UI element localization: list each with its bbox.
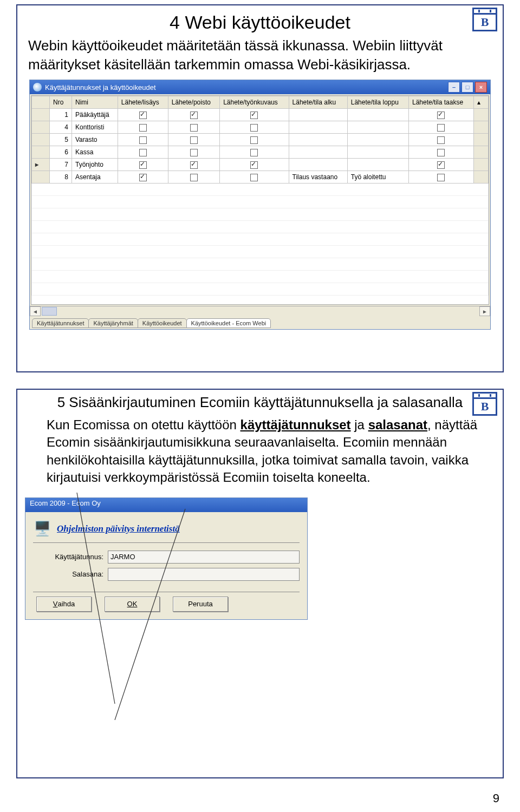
checkbox[interactable]: [437, 112, 445, 119]
tab-k-ytt-oikeudet[interactable]: Käyttöoikeudet: [138, 318, 187, 328]
close-button[interactable]: ×: [475, 82, 487, 93]
slide2-pre: Kun Ecomissa on otettu käyttöön: [47, 417, 240, 432]
scroll-thumb[interactable]: [42, 307, 57, 316]
checkbox[interactable]: [437, 124, 445, 132]
logo-letter: B: [481, 15, 489, 30]
table-row[interactable]: 6Kassa: [32, 146, 489, 159]
checkbox[interactable]: [437, 136, 445, 144]
login-dialog: Ecom 2009 - Ecom Oy 🖥️ Ohjelmiston päivi…: [25, 497, 308, 620]
col-header: Lähete/tila taakse: [408, 96, 473, 109]
slide2-title: 5 Sisäänkirjautuminen Ecomiin käyttäjätu…: [25, 394, 495, 411]
checkbox[interactable]: [190, 161, 198, 169]
horizontal-scrollbar[interactable]: ◄ ►: [30, 306, 490, 316]
checkbox[interactable]: [250, 149, 258, 156]
checkbox[interactable]: [139, 124, 147, 132]
cancel-button[interactable]: Peruuta: [173, 597, 228, 612]
checkbox[interactable]: [250, 161, 258, 169]
logo-icon: B: [472, 392, 497, 416]
checkbox[interactable]: [250, 174, 258, 181]
table-row[interactable]: 4Konttoristi: [32, 121, 489, 134]
checkbox[interactable]: [139, 161, 147, 169]
permissions-table: NroNimiLähete/lisäysLähete/poistoLähete/…: [31, 96, 489, 296]
checkbox[interactable]: [190, 112, 198, 119]
window-titlebar: Käyttäjätunnukset ja käyttöoikeudet – □ …: [30, 80, 490, 94]
kw-salasanat: salasanat: [368, 417, 427, 432]
scroll-right-icon[interactable]: ►: [479, 306, 490, 316]
checkbox[interactable]: [139, 112, 147, 119]
checkbox[interactable]: [437, 174, 445, 181]
slide1-body: Webin käyttöoikeudet määritetään tässä i…: [28, 36, 492, 74]
col-header: Lähete/lisäys: [118, 96, 168, 109]
tab-k-ytt-j-tunnukset[interactable]: Käyttäjätunnukset: [32, 318, 89, 328]
tab-k-ytt-oikeudet-ecom-webi[interactable]: Käyttöoikeudet - Ecom Webi: [186, 318, 271, 328]
ok-button[interactable]: OK: [105, 597, 160, 612]
btn-change-rest: aihda: [57, 600, 75, 608]
table-row[interactable]: ▸7Työnjohto: [32, 159, 489, 171]
slide2-body: Kun Ecomissa on otettu käyttöön käyttäjä…: [47, 416, 492, 487]
checkbox[interactable]: [190, 174, 198, 181]
checkbox[interactable]: [139, 149, 147, 156]
slide-2: B 5 Sisäänkirjautuminen Ecomiin käyttäjä…: [16, 389, 504, 778]
bottom-tabs: KäyttäjätunnuksetKäyttäjäryhmätKäyttöoik…: [30, 316, 490, 329]
logo-letter: B: [481, 399, 489, 414]
col-header: Lähete/tila alku: [289, 96, 347, 109]
checkbox[interactable]: [190, 149, 198, 156]
update-icon: 🖥️: [33, 520, 51, 538]
col-header: Nimi: [72, 96, 118, 109]
slide2-mid: ja: [351, 417, 368, 432]
maximize-button[interactable]: □: [461, 82, 473, 93]
col-header: Nro: [50, 96, 72, 109]
login-headline-text: Ohjelmiston päivitys internetistä: [57, 523, 180, 534]
window-title: Käyttäjätunnukset ja käyttöoikeudet: [45, 83, 156, 91]
checkbox[interactable]: [139, 174, 147, 181]
kw-kayttajatunnukset: käyttäjätunnukset: [240, 417, 351, 432]
table-row[interactable]: 5Varasto: [32, 134, 489, 146]
checkbox[interactable]: [139, 136, 147, 144]
login-headline: 🖥️ Ohjelmiston päivitys internetistä: [33, 518, 300, 543]
login-titlebar: Ecom 2009 - Ecom Oy: [25, 498, 307, 512]
page-number: 9: [493, 791, 499, 806]
table-row[interactable]: 8AsentajaTilaus vastaanoTyö aloitettu: [32, 171, 489, 184]
table-scrollarea[interactable]: NroNimiLähete/lisäysLähete/poistoLähete/…: [31, 95, 489, 305]
minimize-button[interactable]: –: [448, 82, 460, 93]
checkbox[interactable]: [437, 161, 445, 169]
permissions-window: Käyttäjätunnukset ja käyttöoikeudet – □ …: [29, 80, 491, 330]
checkbox[interactable]: [250, 112, 258, 119]
change-button[interactable]: Vaihda: [36, 597, 92, 612]
scroll-left-icon[interactable]: ◄: [30, 306, 41, 316]
logo-icon: B: [472, 8, 497, 31]
username-input[interactable]: [108, 551, 300, 564]
username-label: Käyttäjätunnus:: [33, 553, 103, 561]
checkbox[interactable]: [190, 124, 198, 132]
tab-k-ytt-j-ryhm-t[interactable]: Käyttäjäryhmät: [88, 318, 138, 328]
col-header: Lähete/poisto: [168, 96, 219, 109]
slide-1: B 4 Webi käyttöoikeudet Webin käyttöoike…: [16, 4, 504, 372]
app-icon: [33, 83, 42, 91]
checkbox[interactable]: [190, 136, 198, 144]
checkbox[interactable]: [437, 149, 445, 156]
col-header: Lähete/tila loppu: [347, 96, 408, 109]
col-header: Lähete/työnkuvaus: [220, 96, 289, 109]
table-row[interactable]: 1Pääkäyttäjä: [32, 109, 489, 121]
checkbox[interactable]: [250, 124, 258, 132]
checkbox[interactable]: [250, 136, 258, 144]
password-input[interactable]: [108, 568, 300, 581]
slide1-title: 4 Webi käyttöoikeudet: [25, 12, 495, 33]
password-label: Salasana:: [33, 570, 103, 578]
